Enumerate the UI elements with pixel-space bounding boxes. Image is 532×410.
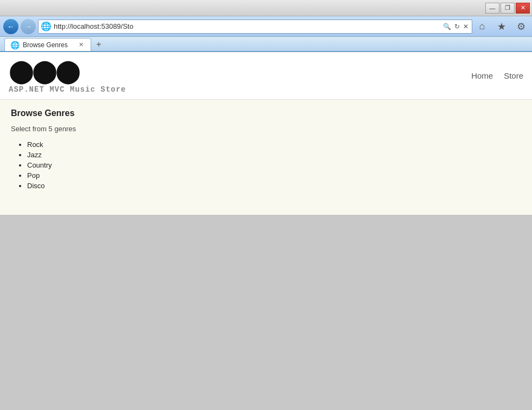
new-tab-button[interactable]: + <box>91 38 106 51</box>
address-bar: 🌐 🔍 ↻ ✕ <box>38 20 472 34</box>
genre-item-disco[interactable]: Disco <box>27 182 521 190</box>
grey-footer-area <box>0 215 532 410</box>
vinyl-logo-icon: ⬤⬤⬤ <box>9 57 126 84</box>
top-icons: ⌂ ★ ⚙ <box>474 19 529 34</box>
genre-item-pop[interactable]: Pop <box>27 171 521 180</box>
restore-button[interactable]: ❐ <box>501 3 515 14</box>
title-bar-buttons: — ❐ ✕ <box>485 3 530 14</box>
address-input[interactable] <box>54 22 440 30</box>
genre-count-subtitle: Select from 5 genres <box>11 125 521 133</box>
refresh-icon-btn[interactable]: ↻ <box>453 22 461 31</box>
site-logo-area: ⬤⬤⬤ ASP.NET MVC Music Store <box>9 57 126 94</box>
address-icons: 🔍 ↻ ✕ <box>442 22 470 31</box>
genre-item-country[interactable]: Country <box>27 161 521 169</box>
store-nav-link[interactable]: Store <box>504 71 523 80</box>
genre-list: Rock Jazz Country Pop Disco <box>11 140 521 190</box>
search-icon-btn[interactable]: 🔍 <box>442 22 452 31</box>
minimize-button[interactable]: — <box>485 3 499 14</box>
tab-title: Browse Genres <box>23 41 68 49</box>
favorites-icon-btn[interactable]: ★ <box>494 19 509 34</box>
settings-icon-btn[interactable]: ⚙ <box>514 19 529 34</box>
nav-bar: ← → 🌐 🔍 ↻ ✕ ⌂ ★ ⚙ <box>0 16 532 37</box>
tab-ie-icon: 🌐 <box>10 41 20 49</box>
title-bar: — ❐ ✕ <box>0 0 532 16</box>
site-header: ⬤⬤⬤ ASP.NET MVC Music Store Home Store <box>0 52 532 100</box>
webpage: ⬤⬤⬤ ASP.NET MVC Music Store Home Store B… <box>0 52 532 410</box>
tab-bar: 🌐 Browse Genres ✕ + <box>0 37 532 52</box>
close-button[interactable]: ✕ <box>516 3 530 14</box>
forward-button[interactable]: → <box>21 19 36 34</box>
page-title: Browse Genres <box>11 108 521 118</box>
site-nav: Home Store <box>471 71 523 80</box>
active-tab[interactable]: 🌐 Browse Genres ✕ <box>4 38 91 51</box>
site-name: ASP.NET MVC Music Store <box>9 85 126 94</box>
stop-icon-btn[interactable]: ✕ <box>462 22 470 31</box>
genre-item-jazz[interactable]: Jazz <box>27 151 521 159</box>
tab-close-button[interactable]: ✕ <box>77 41 85 49</box>
home-nav-link[interactable]: Home <box>471 71 493 80</box>
back-button[interactable]: ← <box>3 19 18 34</box>
home-icon-btn[interactable]: ⌂ <box>474 19 490 34</box>
genre-item-rock[interactable]: Rock <box>27 140 521 149</box>
ie-logo-icon: 🌐 <box>41 21 52 31</box>
browser-window: — ❐ ✕ ← → 🌐 🔍 ↻ ✕ ⌂ ★ ⚙ 🌐 Browse Genres <box>0 0 532 410</box>
page-content: Browse Genres Select from 5 genres Rock … <box>0 100 532 215</box>
